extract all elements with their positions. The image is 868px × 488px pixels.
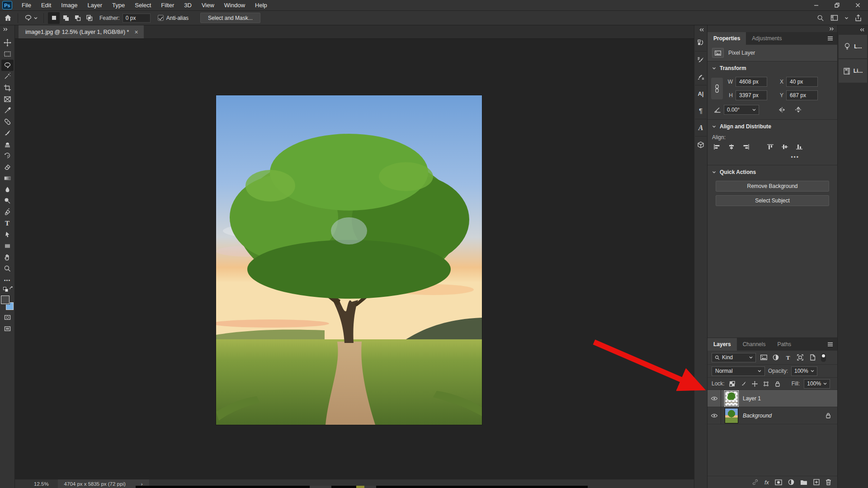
spot-healing-brush-tool-button[interactable] xyxy=(1,116,14,127)
character-panel-button[interactable]: A| xyxy=(694,85,707,102)
align-vertical-centers-button[interactable] xyxy=(781,143,789,150)
tab-paths[interactable]: Paths xyxy=(771,338,797,351)
height-input[interactable] xyxy=(736,90,767,100)
rotation-angle-combo[interactable]: 0.00° xyxy=(724,105,759,115)
edit-toolbar-button[interactable]: ••• xyxy=(1,274,14,286)
default-swap-colors[interactable] xyxy=(1,286,14,295)
menu-type[interactable]: Type xyxy=(107,0,130,10)
remove-background-button[interactable]: Remove Background xyxy=(716,181,829,192)
quick-actions-header[interactable]: Quick Actions xyxy=(708,165,837,179)
document-image[interactable] xyxy=(216,95,482,425)
filter-kind-combo[interactable]: Kind xyxy=(712,353,756,362)
minimize-button[interactable] xyxy=(806,0,826,10)
align-bottom-edges-button[interactable] xyxy=(795,143,803,150)
tools-collapse-button[interactable] xyxy=(0,25,14,37)
eraser-tool-button[interactable] xyxy=(1,161,14,173)
foreground-color-swatch[interactable] xyxy=(1,296,9,304)
menu-edit[interactable]: Edit xyxy=(36,0,56,10)
zoom-level[interactable]: 12.5% xyxy=(34,481,49,487)
select-subject-button[interactable]: Select Subject xyxy=(716,195,829,206)
chevron-down-icon[interactable] xyxy=(844,17,849,19)
panel-menu-button[interactable] xyxy=(823,32,837,45)
blur-tool-button[interactable] xyxy=(1,184,14,195)
menu-3d[interactable]: 3D xyxy=(179,0,197,10)
y-input[interactable] xyxy=(786,90,818,100)
menu-filter[interactable]: Filter xyxy=(156,0,179,10)
hand-tool-button[interactable] xyxy=(1,252,14,263)
select-and-mask-button[interactable]: Select and Mask... xyxy=(200,13,260,23)
new-selection-mode-button[interactable] xyxy=(48,12,60,24)
home-button[interactable] xyxy=(2,12,14,24)
pen-tool-button[interactable] xyxy=(1,206,14,218)
flip-horizontal-icon[interactable] xyxy=(778,107,786,113)
document-tab[interactable]: image1.jpg @ 12.5% (Layer 1, RGB/8#) * × xyxy=(19,25,144,38)
eyedropper-tool-button[interactable] xyxy=(1,105,14,116)
brush-settings-panel-button[interactable] xyxy=(694,52,707,68)
filter-toggle-switch[interactable] xyxy=(821,353,826,362)
align-left-edges-button[interactable] xyxy=(713,143,721,150)
gradient-tool-button[interactable] xyxy=(1,173,14,184)
rectangular-marquee-tool-button[interactable] xyxy=(1,48,14,60)
search-icon[interactable] xyxy=(817,14,824,22)
align-horizontal-centers-button[interactable] xyxy=(727,143,736,150)
tab-close-icon[interactable]: × xyxy=(134,28,138,36)
rectangle-tool-button[interactable] xyxy=(1,240,14,252)
filter-shape-layers-button[interactable] xyxy=(796,353,805,362)
menu-file[interactable]: File xyxy=(17,0,36,10)
lock-all-button[interactable] xyxy=(774,380,781,387)
layer1-visibility-toggle[interactable] xyxy=(708,390,721,407)
3d-panel-button[interactable] xyxy=(694,136,707,153)
tool-preset-picker[interactable] xyxy=(22,14,39,22)
delete-layer-icon[interactable] xyxy=(826,479,831,485)
tab-layers[interactable]: Layers xyxy=(708,338,737,351)
move-tool-button[interactable] xyxy=(1,37,14,48)
filter-pixel-layers-button[interactable] xyxy=(759,353,768,362)
brushes-panel-button[interactable] xyxy=(694,68,707,85)
type-tool-button[interactable]: T xyxy=(1,218,14,229)
anti-alias-checkbox[interactable] xyxy=(158,15,164,21)
libraries-panel-button[interactable]: Li... xyxy=(839,59,867,83)
filter-smart-objects-button[interactable] xyxy=(808,353,817,362)
layer-mask-icon[interactable] xyxy=(775,479,782,485)
lock-position-button[interactable] xyxy=(751,380,759,387)
restore-button[interactable] xyxy=(826,0,847,10)
clone-stamp-tool-button[interactable] xyxy=(1,139,14,150)
filter-type-layers-button[interactable]: T xyxy=(783,353,793,362)
menu-view[interactable]: View xyxy=(197,0,219,10)
x-input[interactable] xyxy=(786,77,818,87)
crop-tool-button[interactable] xyxy=(1,82,14,94)
tab-channels[interactable]: Channels xyxy=(737,338,772,351)
quick-mask-button[interactable] xyxy=(1,312,14,323)
subtract-from-selection-mode-button[interactable] xyxy=(71,12,83,24)
magic-wand-tool-button[interactable] xyxy=(1,71,14,82)
workspace-icon[interactable] xyxy=(830,14,838,21)
layer-row-layer1[interactable]: Layer 1 xyxy=(708,390,837,407)
glyphs-panel-button[interactable]: A xyxy=(694,119,707,136)
tab-adjustments[interactable]: Adjustments xyxy=(746,32,788,45)
right-rail-collapse-button[interactable] xyxy=(838,25,868,34)
feather-input[interactable] xyxy=(123,14,151,23)
layer-row-background[interactable]: Background xyxy=(708,407,837,424)
new-layer-icon[interactable] xyxy=(813,479,820,485)
menu-layer[interactable]: Layer xyxy=(83,0,108,10)
menu-help[interactable]: Help xyxy=(250,0,272,10)
link-dimensions-button[interactable] xyxy=(711,78,723,99)
fill-combo[interactable]: 100% xyxy=(804,379,830,389)
new-group-icon[interactable] xyxy=(800,479,807,485)
lock-pixels-button[interactable] xyxy=(740,380,747,387)
rail-collapse-button[interactable] xyxy=(694,25,707,34)
layer1-thumbnail[interactable] xyxy=(725,391,738,406)
width-input[interactable] xyxy=(736,77,767,87)
canvas[interactable] xyxy=(15,39,694,479)
opacity-combo[interactable]: 100% xyxy=(791,366,817,376)
background-thumbnail[interactable] xyxy=(725,408,738,423)
align-more-button[interactable]: ••• xyxy=(708,150,837,165)
brush-tool-button[interactable] xyxy=(1,127,14,139)
tab-properties[interactable]: Properties xyxy=(708,32,746,45)
menu-image[interactable]: Image xyxy=(56,0,82,10)
dodge-tool-button[interactable] xyxy=(1,195,14,206)
layer-effects-icon[interactable]: fx xyxy=(764,479,769,486)
background-name[interactable]: Background xyxy=(743,413,772,419)
color-swatches[interactable] xyxy=(0,296,14,310)
lasso-tool-button[interactable] xyxy=(1,60,14,71)
